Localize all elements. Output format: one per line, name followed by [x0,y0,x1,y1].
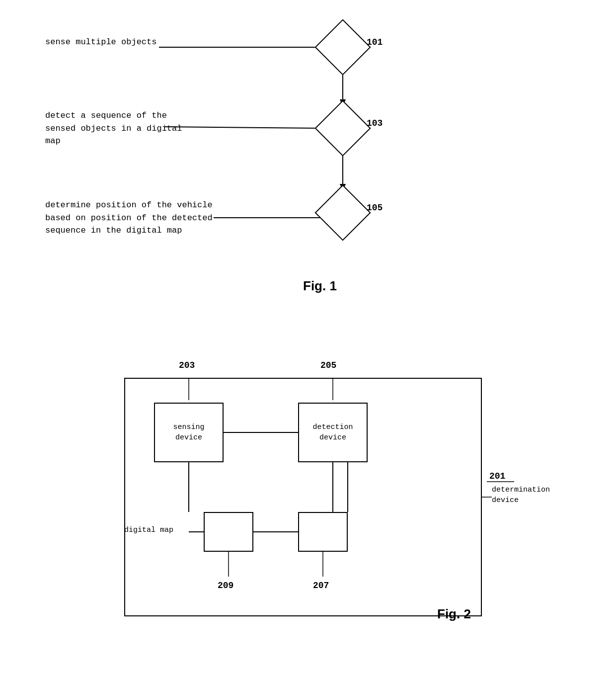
num-201: 201 [489,471,505,481]
text-determination-device: determinationdevice [492,485,550,506]
diamond-105 [314,184,371,241]
fig1-container: 101 103 105 sense multiple objects detec… [15,15,601,323]
num-205: 205 [320,360,336,370]
text-digital-map: digital map [124,526,173,534]
fig2-container: 201 sensingdevice detectiondevice [15,348,601,666]
num-209: 209 [218,581,233,591]
fig1-title: Fig. 1 [303,278,337,294]
num-207: 207 [313,581,329,591]
box-detection-device: detectiondevice [298,403,368,462]
label-101: 101 [367,37,383,47]
diamond-103 [314,100,371,156]
box-digital-map-right [298,512,348,552]
text-sense-objects: sense multiple objects [45,37,156,47]
text-detect-sequence: detect a sequence of thesensed objects i… [45,109,182,148]
svg-line-5 [164,127,323,128]
box-digital-map-left [204,512,253,552]
box-sensing-device: sensingdevice [154,403,224,462]
diamond-105-wrapper: 105 [323,193,363,233]
label-103: 103 [367,118,383,128]
text-determine-position: determine position of the vehiclebased o… [45,199,213,237]
page: 101 103 105 sense multiple objects detec… [0,0,616,679]
label-105: 105 [367,203,383,213]
diamond-103-wrapper: 103 [323,108,363,148]
fig2-title: Fig. 2 [437,606,471,622]
diamond-101-wrapper: 101 [323,27,363,67]
num-203: 203 [179,360,195,370]
fig1-svg [15,15,601,323]
diamond-101 [314,19,371,75]
